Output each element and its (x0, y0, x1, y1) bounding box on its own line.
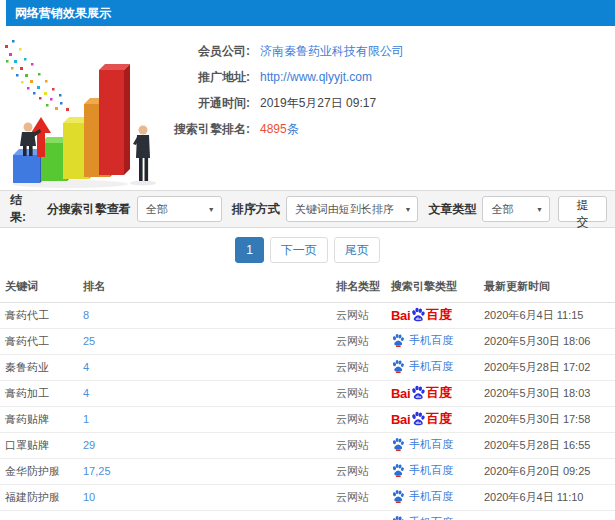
table-row: 膏药贴牌 1 云网站 Bai du 百度 (0, 406, 615, 432)
confetti-dots (5, 40, 69, 111)
cell-rank[interactable]: 10 (83, 484, 336, 510)
baidu-mobile-badge: 手机百度 (391, 359, 453, 374)
baidu-mobile-badge: 手机百度 (391, 463, 453, 478)
cell-rank[interactable]: 4 (83, 380, 336, 406)
sort-select[interactable]: 关键词由短到长排序 ▼ (286, 196, 419, 222)
cell-engine: Bai du 百度 (391, 484, 484, 510)
baidu-mobile-badge: 手机百度 (391, 333, 453, 348)
last-page-button[interactable]: 尾页 (334, 237, 380, 263)
cell-engine: Bai du 百度 (391, 432, 484, 458)
cell-engine: Bai du 百度 (391, 406, 484, 432)
chevron-down-icon: ▼ (208, 206, 215, 213)
page-1-button[interactable]: 1 (235, 237, 264, 263)
cell-keyword: 膏药贴牌 (0, 406, 83, 432)
cell-time: 2020年5月28日 16:55 (484, 432, 615, 458)
promo-url-link[interactable]: http://www.qlyyjt.com (260, 70, 372, 84)
cell-time: 2020年5月30日 18:06 (484, 328, 615, 354)
promo-url-row: 推广地址: http://www.qlyyjt.com (170, 64, 404, 90)
cell-engine: Bai du 百度 (391, 328, 484, 354)
mobile-baidu-text: 手机百度 (409, 489, 453, 504)
cell-rank[interactable] (83, 510, 336, 520)
mobile-baidu-paw-icon (391, 333, 405, 347)
cell-time: 2020年6月4日 11:15 (484, 302, 615, 328)
engine-rank-row: 搜索引擎排名: 4895条 (170, 116, 404, 142)
baidu-paw-icon: du (410, 410, 426, 426)
article-select-value: 全部 (491, 202, 513, 217)
mobile-baidu-paw-icon (391, 489, 405, 503)
mobile-baidu-text: 手机百度 (409, 359, 453, 374)
cell-engine: Bai du 百度 (391, 458, 484, 484)
cell-rank[interactable]: 1 (83, 406, 336, 432)
next-page-button[interactable]: 下一页 (270, 237, 328, 263)
article-type-select[interactable]: 全部 ▼ (482, 196, 550, 222)
cell-keyword: 金华防护服 (0, 458, 83, 484)
cell-rank[interactable]: 8 (83, 302, 336, 328)
company-label: 会员公司: (170, 43, 250, 60)
baidu-cn-text: 百度 (426, 410, 451, 428)
cell-keyword (0, 510, 83, 520)
cell-keyword: 膏药代工 (0, 302, 83, 328)
growth-chart-image (0, 30, 170, 188)
page-title-bar: 网络营销效果展示 (6, 0, 615, 26)
baidu-mobile-badge: 手机百度 (391, 515, 453, 520)
submit-button[interactable]: 提交 (558, 196, 607, 222)
baidu-paw-icon: du (410, 384, 426, 400)
baidu-pc-badge: Bai du 百度 (391, 306, 452, 324)
cell-time (484, 510, 615, 520)
rank-unit: 条 (287, 122, 299, 136)
baidu-bai-text: Bai (391, 308, 410, 323)
open-time-label: 开通时间: (170, 95, 250, 112)
chevron-down-icon: ▼ (536, 206, 543, 213)
cell-rank-type: 云网站 (336, 458, 391, 484)
company-link[interactable]: 济南秦鲁药业科技有限公司 (260, 43, 404, 60)
table-row: 膏药加工 4 云网站 Bai du 百度 (0, 380, 615, 406)
cell-rank[interactable]: 25 (83, 328, 336, 354)
cell-keyword: 膏药加工 (0, 380, 83, 406)
bar-chart-illustration (0, 26, 170, 190)
mobile-baidu-paw-icon (391, 463, 405, 477)
table-row: 膏药代工 25 云网站 Bai du 百度 (0, 328, 615, 354)
mobile-baidu-paw-icon (391, 437, 405, 451)
baidu-cn-text: 百度 (426, 384, 451, 402)
table-row: 口罩贴牌 29 云网站 Bai du 百度 (0, 432, 615, 458)
table-row: Bai du 百度 (0, 510, 615, 520)
baidu-pc-badge: Bai du 百度 (391, 384, 452, 402)
cell-engine: Bai du 百度 (391, 354, 484, 380)
cell-rank[interactable]: 4 (83, 354, 336, 380)
cell-time: 2020年6月20日 09:25 (484, 458, 615, 484)
cell-keyword: 秦鲁药业 (0, 354, 83, 380)
svg-text:du: du (416, 315, 421, 320)
member-info-fields: 会员公司: 济南秦鲁药业科技有限公司 推广地址: http://www.qlyy… (170, 26, 404, 190)
header-update-time: 最新更新时间 (484, 272, 615, 302)
cell-rank-type: 云网站 (336, 380, 391, 406)
cell-engine: Bai du 百度 (391, 510, 484, 520)
cell-rank[interactable]: 29 (83, 432, 336, 458)
engine-select[interactable]: 全部 ▼ (137, 196, 222, 222)
cell-rank[interactable]: 17,25 (83, 458, 336, 484)
cell-rank-type: 云网站 (336, 354, 391, 380)
baidu-bai-text: Bai (391, 386, 410, 401)
cell-rank-type (336, 510, 391, 520)
company-row: 会员公司: 济南秦鲁药业科技有限公司 (170, 38, 404, 64)
mobile-baidu-text: 手机百度 (409, 515, 453, 520)
result-label: 结果: (10, 192, 37, 226)
chevron-down-icon: ▼ (404, 206, 411, 213)
sort-select-value: 关键词由短到长排序 (295, 202, 394, 217)
cell-rank-type: 云网站 (336, 302, 391, 328)
table-header-row: 关键词 排名 排名类型 搜索引擎类型 最新更新时间 (0, 272, 615, 302)
cell-rank-type: 云网站 (336, 406, 391, 432)
cell-engine: Bai du 百度 (391, 302, 484, 328)
baidu-mobile-badge: 手机百度 (391, 437, 453, 452)
cell-rank-type: 云网站 (336, 484, 391, 510)
table-body: 膏药代工 8 云网站 Bai du 百度 (0, 302, 615, 520)
cell-time: 2020年6月4日 11:10 (484, 484, 615, 510)
cell-time: 2020年5月30日 17:58 (484, 406, 615, 432)
info-section: 会员公司: 济南秦鲁药业科技有限公司 推广地址: http://www.qlyy… (0, 26, 615, 190)
filter-bar: 结果: 分搜索引擎查看 全部 ▼ 排序方式 关键词由短到长排序 ▼ 文章类型 全… (0, 190, 615, 228)
sort-filter-label: 排序方式 (232, 201, 280, 218)
article-type-label: 文章类型 (428, 201, 476, 218)
cell-engine: Bai du 百度 (391, 380, 484, 406)
mobile-baidu-text: 手机百度 (409, 437, 453, 452)
cell-keyword: 口罩贴牌 (0, 432, 83, 458)
cell-keyword: 福建防护服 (0, 484, 83, 510)
